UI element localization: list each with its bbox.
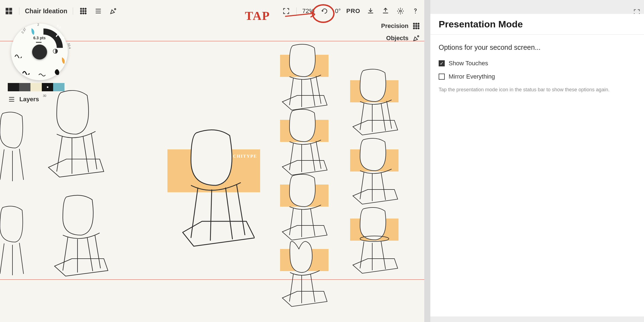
popover-subtitle: Options for your second screen...	[439, 43, 636, 51]
grid-dots-icon	[412, 22, 420, 30]
option-mirror-everything[interactable]: Mirror Everything	[439, 73, 636, 80]
brush-color-dot[interactable]	[32, 45, 47, 59]
chair-sketch	[51, 194, 109, 279]
guide-line-bottom	[0, 279, 424, 280]
chair-sketch	[280, 108, 328, 177]
presentation-mode-panel: Presentation Mode Options for your secon…	[430, 0, 644, 322]
contrast-icon	[53, 48, 58, 54]
separator	[296, 7, 297, 15]
objects-label: Objects	[386, 35, 408, 42]
option-label: Mirror Everything	[449, 73, 495, 80]
svg-point-26	[413, 28, 415, 29]
brush-tip-icon	[60, 57, 67, 65]
svg-rect-3	[6, 12, 8, 14]
chair-sketch	[280, 173, 328, 242]
squiggle-icon	[55, 32, 65, 38]
svg-point-28	[418, 28, 419, 29]
chair-sketch	[0, 111, 28, 188]
color-swatch[interactable]	[53, 83, 64, 91]
popover-header: Presentation Mode	[430, 14, 644, 35]
import-icon[interactable]	[366, 6, 375, 16]
svg-point-10	[85, 11, 86, 12]
annotation-text: TAP	[245, 9, 270, 23]
chair-sketch-main	[174, 127, 255, 249]
layers-label-text: Layers	[19, 96, 39, 103]
svg-point-24	[416, 25, 417, 27]
top-toolbar: Chair Ideation 72%	[4, 4, 420, 18]
pen-outline-icon[interactable]	[108, 6, 118, 16]
svg-point-13	[85, 13, 86, 14]
svg-point-17	[115, 9, 116, 10]
svg-point-6	[83, 8, 84, 10]
svg-point-20	[413, 23, 415, 25]
squiggle-icon	[14, 53, 23, 58]
brush-size-label: 6.3 pts	[33, 36, 45, 40]
precision-label: Precision	[381, 22, 408, 30]
rotation-value[interactable]: 0°	[335, 7, 341, 15]
svg-point-5	[81, 8, 82, 10]
list-lines-icon[interactable]	[94, 6, 103, 16]
brush-wheel[interactable]: 6.3 pts 12% 70% 2.37 6.3 10.4 30 2	[11, 24, 68, 80]
color-swatch-active[interactable]	[42, 83, 53, 91]
option-show-touches[interactable]: ✓ Show Touches	[439, 60, 636, 67]
list-lines-icon	[8, 95, 15, 103]
svg-rect-1	[6, 8, 8, 11]
dashboard-icon[interactable]	[4, 6, 14, 16]
checkbox-checked-icon: ✓	[439, 60, 445, 66]
svg-point-27	[416, 28, 417, 29]
gear-icon[interactable]	[396, 6, 405, 16]
svg-point-25	[418, 25, 419, 27]
chair-sketch	[350, 206, 399, 275]
popover-hint: Tap the presentation mode icon in the st…	[439, 86, 636, 93]
separator	[19, 7, 19, 15]
color-swatch[interactable]	[19, 83, 30, 91]
wave-icon	[38, 73, 46, 77]
help-icon[interactable]	[411, 6, 420, 16]
chair-sketch	[350, 137, 399, 206]
grid-dots-icon[interactable]	[79, 6, 88, 16]
pen-outline-icon	[412, 34, 420, 42]
svg-rect-4	[9, 12, 12, 14]
popover-title: Presentation Mode	[439, 19, 523, 30]
popover-body: Options for your second screen... ✓ Show…	[430, 35, 644, 316]
chair-sketch	[0, 205, 28, 282]
option-label: Show Touches	[449, 60, 488, 67]
svg-point-9	[83, 11, 84, 12]
drawing-app: ARCHITYPE	[0, 0, 424, 322]
brush-tip-icon	[30, 28, 37, 36]
export-icon[interactable]	[381, 6, 390, 16]
squiggle-icon	[22, 69, 30, 75]
brush-seg: 30	[43, 94, 46, 97]
svg-point-21	[416, 23, 417, 25]
chair-sketch	[280, 238, 328, 310]
svg-point-29	[418, 36, 419, 37]
svg-rect-2	[9, 8, 12, 11]
svg-point-11	[81, 13, 82, 14]
chair-sketch	[350, 68, 399, 137]
pro-badge[interactable]: PRO	[346, 7, 360, 15]
checkbox-unchecked-icon	[439, 74, 445, 80]
annotation-arrowhead	[309, 11, 315, 18]
chair-sketch	[44, 89, 105, 180]
svg-point-22	[418, 23, 419, 25]
line-weight-icon	[35, 41, 42, 44]
color-swatch[interactable]	[8, 83, 19, 91]
objects-toggle[interactable]: Objects	[386, 34, 420, 42]
svg-point-7	[85, 8, 86, 10]
svg-point-18	[400, 10, 402, 12]
svg-point-19	[415, 12, 416, 13]
svg-point-12	[83, 13, 84, 14]
fullscreen-icon[interactable]	[281, 6, 291, 16]
ink-blob-icon	[54, 69, 61, 76]
layers-toggle[interactable]: Layers	[8, 95, 39, 103]
brush-seg: 2	[37, 23, 39, 26]
chair-sketch	[280, 43, 328, 112]
svg-point-8	[81, 11, 82, 12]
color-swatch[interactable]	[30, 83, 42, 91]
svg-point-23	[413, 25, 415, 27]
color-swatch-row	[8, 83, 64, 91]
separator	[73, 7, 73, 15]
precision-toggle[interactable]: Precision	[381, 22, 420, 30]
document-title[interactable]: Chair Ideation	[25, 7, 67, 15]
